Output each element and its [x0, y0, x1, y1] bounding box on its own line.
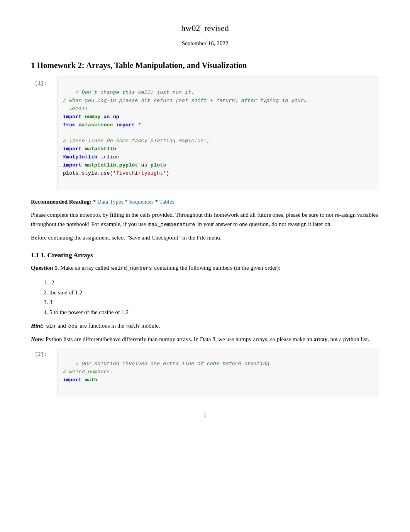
question1-block: Question 1. Make an array called weird_n…: [31, 263, 379, 273]
rr-sep1: *: [93, 199, 97, 205]
recommended-reading-para: Recommended Reading: * Data Types * Sequ…: [31, 197, 379, 206]
numbered-list: -2 the sine of 1.2 3 5 to the power of t…: [49, 278, 379, 317]
cell2-import-math: import math: [63, 377, 97, 383]
cell1-import-plots: import matplotlib.pyplot as plots: [63, 162, 166, 168]
cell1-line6: # These lines do some fancy plotting mag…: [63, 138, 210, 144]
code-cell-1: [1]: # Don't change this cell; just run …: [57, 76, 379, 190]
hint-block: Hint: sin and cos are functions in the m…: [31, 321, 379, 331]
cell1-code[interactable]: # Don't change this cell; just run it. #…: [57, 76, 379, 190]
list-item-1: -2: [49, 278, 379, 288]
cell2-label: [2]:: [35, 352, 47, 357]
cell1-magic: %matplotlib inline: [63, 154, 119, 160]
page-title: hw02_revised: [31, 23, 379, 33]
code-cell-2: [2]: # Our solution involved one extra l…: [57, 348, 379, 397]
cell2-code[interactable]: # Our solution involved one extra line o…: [57, 348, 379, 397]
list-item-4: 5 to the power of the cosine of 1.2: [49, 308, 379, 318]
note-label: Note:: [31, 336, 44, 342]
page-number: 1: [31, 412, 379, 418]
hint-label: Hint:: [31, 323, 44, 329]
list-item-3: 3: [49, 297, 379, 308]
link-tables[interactable]: Tables: [159, 199, 175, 205]
hint-body: sin and cos are functions in the math mo…: [45, 323, 160, 329]
cell1-label: [1]:: [35, 80, 47, 86]
cell1-line1: # Don't change this cell; just run it.: [75, 90, 194, 95]
list-item-2: the sine of 1.2: [49, 288, 379, 298]
link-sequences[interactable]: Sequences: [129, 199, 153, 205]
cell1-style: plots.style.use('fivethirtyeight'): [63, 170, 169, 176]
recommended-reading-label: Recommended Reading:: [31, 199, 91, 205]
section1-heading: 1 Homework 2: Arrays, Table Manipulation…: [31, 61, 379, 70]
link-data-types[interactable]: Data Types: [97, 199, 123, 205]
cell1-import-np: import numpy as np: [63, 114, 119, 120]
cell2-line1: # Our solution involved one extra line o…: [75, 361, 269, 367]
note-body: Python lists are different/behave differ…: [46, 336, 369, 342]
question1-label: Question 1.: [31, 265, 59, 271]
rr-sep3: *: [155, 199, 159, 205]
cell1-import-ds: from datascience import *: [63, 122, 141, 128]
cell2-line2: # weird_numbers.: [63, 369, 113, 375]
rr-sep2: *: [125, 199, 129, 205]
question1-text: Question 1. Make an array called weird_n…: [31, 263, 379, 273]
note-text: Note: Python lists are different/behave …: [31, 335, 379, 344]
cell1-import-mpl: import matplotlib: [63, 146, 116, 152]
cell1-line2: # When you log-in please hit return (not…: [63, 98, 307, 104]
note-block: Note: Python lists are different/behave …: [31, 335, 379, 344]
cell1-line3: ↵email: [63, 106, 88, 112]
intro-para1: Please complete this notebook by filling…: [31, 210, 379, 229]
hint-text: Hint: sin and cos are functions in the m…: [31, 321, 379, 331]
recommended-reading-block: Recommended Reading: * Data Types * Sequ…: [31, 197, 379, 242]
question1-body: Make an array called weird_numbers conta…: [60, 265, 280, 271]
page-date: September 16, 2022: [31, 40, 379, 47]
intro-para2: Before continuing the assignment, select…: [31, 233, 379, 242]
subsection1-heading: 1.1 1. Creating Arrays: [31, 252, 379, 259]
